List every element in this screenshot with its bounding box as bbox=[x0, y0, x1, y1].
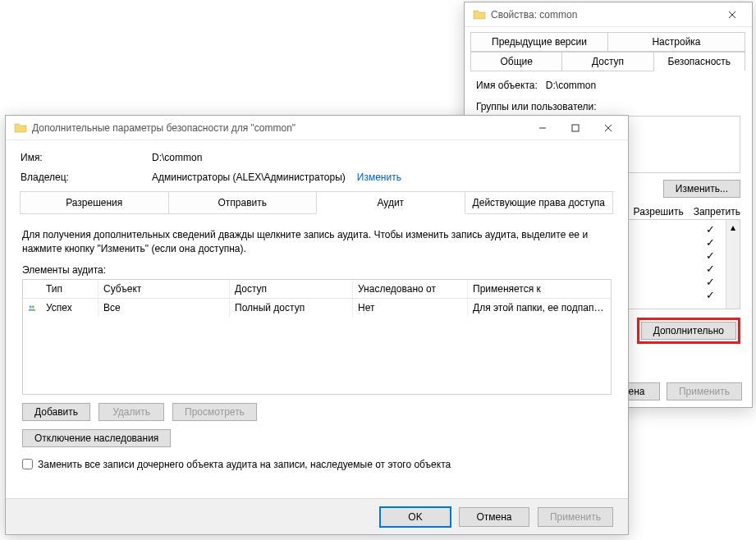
col-applies[interactable]: Применяется к bbox=[468, 280, 611, 298]
replace-entries-label: Заменить все записи дочернего объекта ау… bbox=[38, 459, 451, 470]
titlebar[interactable]: Дополнительные параметры безопасности дл… bbox=[6, 116, 628, 140]
disable-inheritance-button[interactable]: Отключение наследования bbox=[22, 429, 171, 447]
advanced-button[interactable]: Дополнительно bbox=[641, 322, 736, 340]
tab-previous-versions[interactable]: Предыдущие версии bbox=[470, 32, 608, 52]
cell-type: Успех bbox=[41, 299, 99, 317]
titlebar[interactable]: Свойства: common bbox=[465, 2, 752, 27]
groups-label: Группы или пользователи: bbox=[476, 101, 740, 112]
tab-general[interactable]: Общие bbox=[470, 52, 562, 71]
col-inherited[interactable]: Унаследовано от bbox=[353, 280, 468, 298]
scrollbar[interactable]: ▴ bbox=[726, 220, 740, 309]
tab-share[interactable]: Отправить bbox=[168, 191, 318, 214]
folder-icon bbox=[473, 8, 486, 21]
tab-row-2: Общие Доступ Безопасность bbox=[471, 52, 745, 71]
col-subject[interactable]: Субъект bbox=[99, 280, 230, 298]
minimize-button[interactable] bbox=[526, 117, 559, 140]
cell-subject: Все bbox=[99, 299, 230, 317]
adv-tabs: Разрешения Отправить Аудит Действующие п… bbox=[21, 191, 613, 214]
owner-label: Владелец: bbox=[21, 172, 152, 183]
tab-sharing[interactable]: Доступ bbox=[561, 52, 653, 71]
advanced-security-window: Дополнительные параметры безопасности дл… bbox=[5, 115, 629, 535]
object-name-value: D:\common bbox=[546, 80, 596, 91]
cell-inherited: Нет bbox=[353, 299, 468, 317]
folder-icon bbox=[14, 121, 27, 135]
add-button[interactable]: Добавить bbox=[22, 403, 90, 421]
apply-button[interactable]: Применить bbox=[538, 507, 613, 527]
help-text: Для получения дополнительных сведений дв… bbox=[22, 228, 612, 256]
deny-header: Запретить bbox=[694, 206, 740, 217]
scroll-up-icon[interactable]: ▴ bbox=[726, 220, 740, 234]
maximize-button[interactable] bbox=[559, 117, 592, 140]
owner-value: Администраторы (ALEX\Администраторы) bbox=[152, 172, 346, 183]
tab-row-1: Предыдущие версии Настройка bbox=[471, 32, 745, 52]
tab-effective-access[interactable]: Действующие права доступа bbox=[465, 191, 614, 214]
table-row[interactable]: Успех Все Полный доступ Нет Для этой пап… bbox=[23, 299, 611, 317]
svg-rect-2 bbox=[572, 125, 579, 131]
svg-point-4 bbox=[32, 305, 34, 308]
close-button[interactable] bbox=[592, 117, 625, 140]
apply-button[interactable]: Применить bbox=[667, 382, 742, 400]
close-button[interactable] bbox=[716, 3, 749, 26]
tab-permissions[interactable]: Разрешения bbox=[20, 191, 169, 214]
edit-button[interactable]: Изменить... bbox=[663, 180, 740, 198]
remove-button[interactable]: Удалить bbox=[99, 403, 164, 421]
audit-grid[interactable]: Тип Субъект Доступ Унаследовано от Приме… bbox=[22, 279, 612, 395]
users-icon bbox=[23, 300, 41, 316]
cell-applies: Для этой папки, ее подпапок ... bbox=[468, 299, 611, 317]
col-type[interactable]: Тип bbox=[41, 280, 99, 298]
name-label: Имя: bbox=[21, 152, 152, 163]
allow-header: Разрешить bbox=[634, 206, 684, 217]
svg-point-3 bbox=[30, 305, 32, 308]
replace-entries-input[interactable] bbox=[22, 459, 33, 469]
change-owner-link[interactable]: Изменить bbox=[357, 172, 401, 183]
cancel-button[interactable]: Отмена bbox=[459, 507, 529, 527]
window-title: Дополнительные параметры безопасности дл… bbox=[32, 122, 526, 134]
tab-auditing[interactable]: Аудит bbox=[316, 191, 465, 214]
advanced-button-highlight: Дополнительно bbox=[637, 318, 740, 344]
audit-entries-label: Элементы аудита: bbox=[22, 264, 612, 276]
grid-header: Тип Субъект Доступ Унаследовано от Приме… bbox=[23, 280, 611, 299]
tab-security[interactable]: Безопасность bbox=[653, 52, 745, 71]
replace-entries-checkbox[interactable]: Заменить все записи дочернего объекта ау… bbox=[22, 459, 612, 470]
allow-checks-column: ✓✓✓✓✓✓ bbox=[706, 223, 715, 302]
tab-customize[interactable]: Настройка bbox=[607, 32, 745, 52]
view-button[interactable]: Просмотреть bbox=[172, 403, 257, 421]
object-name-label: Имя объекта: bbox=[476, 80, 538, 91]
bottom-button-bar: OK Отмена Применить bbox=[6, 498, 628, 534]
name-value: D:\common bbox=[152, 152, 202, 163]
cell-access: Полный доступ bbox=[230, 299, 353, 317]
window-title: Свойства: common bbox=[491, 9, 716, 21]
col-access[interactable]: Доступ bbox=[230, 280, 353, 298]
ok-button[interactable]: OK bbox=[380, 507, 451, 527]
